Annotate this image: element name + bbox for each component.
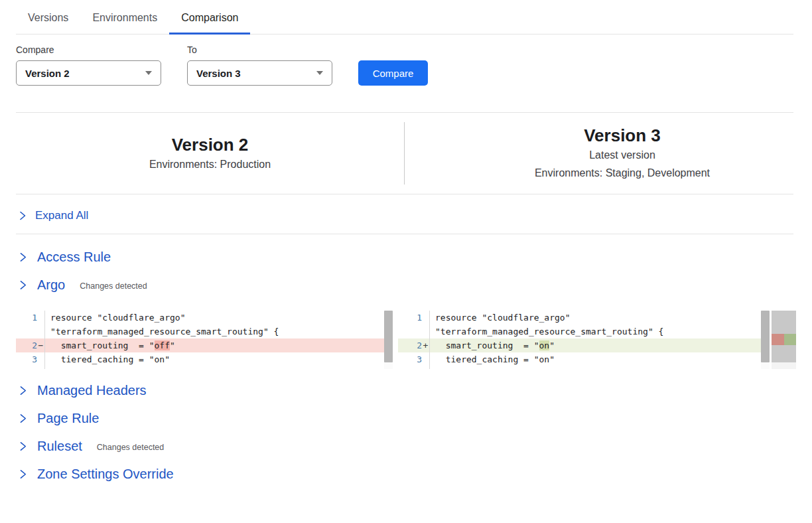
- expand-all-label: Expand All: [35, 209, 88, 222]
- changes-detected-badge: Changes detected: [80, 279, 147, 291]
- tab-versions[interactable]: Versions: [16, 0, 80, 34]
- compare-form: Compare Version 2 To Version 3 Compare: [16, 44, 793, 86]
- code-text: tiered_caching = "on": [430, 352, 555, 366]
- section-label: Zone Settings Override: [37, 467, 174, 482]
- line-number-gutter: [16, 366, 45, 369]
- chevron-right-icon: [19, 386, 27, 396]
- diff-line: }: [398, 366, 770, 369]
- version-right-subtitle: Latest version: [589, 146, 655, 164]
- section-argo[interactable]: Argo Changes detected: [19, 275, 793, 294]
- compare-from-value: Version 2: [25, 68, 70, 79]
- line-number-gutter: [16, 325, 45, 338]
- chevron-right-icon: [19, 280, 27, 290]
- code-text: smart_routing = "on": [430, 338, 555, 352]
- version-left-environments: Environments: Production: [149, 155, 271, 173]
- diff-line: }: [16, 366, 393, 369]
- diff-right-panel: 1resource "cloudflare_argo""terraform_ma…: [398, 311, 770, 369]
- compare-label: Compare: [16, 44, 161, 55]
- section-label: Argo: [37, 277, 65, 293]
- compare-to-field: To Version 3: [187, 44, 332, 86]
- code-text: resource "cloudflare_argo": [45, 311, 186, 325]
- scrollbar-thumb[interactable]: [384, 311, 393, 362]
- chevron-right-icon: [19, 413, 27, 423]
- diff-line: 1resource "cloudflare_argo": [16, 311, 393, 325]
- section-ruleset[interactable]: Ruleset Changes detected: [19, 437, 793, 455]
- chevron-right-icon: [19, 211, 27, 220]
- line-number-gutter: 2−: [16, 338, 45, 352]
- argo-diff-viewer: 1resource "cloudflare_argo""terraform_ma…: [16, 311, 796, 369]
- code-text: tiered_caching = "on": [45, 352, 170, 366]
- line-number-gutter: 3: [16, 352, 45, 366]
- caret-down-icon: [145, 71, 152, 75]
- code-text: smart_routing = "off": [45, 338, 175, 352]
- minimap-added-marker: [784, 334, 796, 345]
- diff-line: "terraform_managed_resource_smart_routin…: [398, 325, 770, 338]
- section-label: Ruleset: [37, 439, 82, 454]
- version-headers: Version 2 Environments: Production Versi…: [16, 113, 793, 194]
- changes-detected-badge: Changes detected: [97, 441, 164, 452]
- compare-to-select[interactable]: Version 3: [187, 60, 332, 86]
- chevron-right-icon: [19, 469, 27, 479]
- line-number-gutter: 2+: [398, 338, 430, 352]
- diff-line: 1resource "cloudflare_argo": [398, 311, 770, 325]
- compare-to-value: Version 3: [196, 68, 241, 79]
- version-left-header: Version 2 Environments: Production: [16, 134, 404, 173]
- tab-environments[interactable]: Environments: [80, 0, 169, 34]
- expand-all-row: Expand All: [16, 194, 793, 234]
- section-page-rule[interactable]: Page Rule: [19, 409, 793, 427]
- compare-from-select[interactable]: Version 2: [16, 60, 161, 86]
- diff-line: 2− smart_routing = "off": [16, 338, 393, 352]
- section-label: Managed Headers: [37, 383, 147, 398]
- section-label: Page Rule: [37, 411, 99, 426]
- diff-left-panel: 1resource "cloudflare_argo""terraform_ma…: [16, 311, 393, 369]
- section-zone-settings-override[interactable]: Zone Settings Override: [19, 465, 793, 483]
- code-text: "terraform_managed_resource_smart_routin…: [430, 325, 663, 338]
- line-number-gutter: 3: [398, 352, 430, 366]
- section-label: Access Rule: [37, 250, 111, 265]
- diff-minimap[interactable]: [772, 311, 796, 369]
- scrollbar-thumb[interactable]: [761, 311, 770, 362]
- version-right-header: Version 3 Latest version Environments: S…: [405, 125, 793, 182]
- minimap-removed-marker: [772, 334, 784, 345]
- code-text: }: [45, 366, 56, 369]
- line-number-gutter: [398, 366, 430, 369]
- version-left-title: Version 2: [172, 134, 249, 155]
- line-number-gutter: [398, 325, 430, 338]
- chevron-right-icon: [19, 441, 27, 451]
- version-right-environments: Environments: Staging, Development: [535, 164, 710, 182]
- diff-right-scrollbar[interactable]: [761, 311, 770, 369]
- caret-down-icon: [316, 71, 323, 75]
- chevron-right-icon: [19, 252, 27, 262]
- diff-left-scrollbar[interactable]: [384, 311, 393, 369]
- code-text: "terraform_managed_resource_smart_routin…: [45, 325, 279, 338]
- line-number-gutter: 1: [16, 311, 45, 325]
- diff-line: 2+ smart_routing = "on": [398, 338, 770, 352]
- compare-from-field: Compare Version 2: [16, 44, 161, 86]
- expand-all-button[interactable]: Expand All: [16, 209, 88, 222]
- code-text: resource "cloudflare_argo": [430, 311, 571, 325]
- section-access-rule[interactable]: Access Rule: [19, 248, 793, 266]
- diff-line: 3 tiered_caching = "on": [398, 352, 770, 366]
- diff-line: 3 tiered_caching = "on": [16, 352, 393, 366]
- diff-line: "terraform_managed_resource_smart_routin…: [16, 325, 393, 338]
- to-label: To: [187, 44, 332, 55]
- tab-bar: Versions Environments Comparison: [16, 0, 793, 35]
- line-number-gutter: 1: [398, 311, 430, 325]
- section-managed-headers[interactable]: Managed Headers: [19, 381, 793, 400]
- version-right-title: Version 3: [584, 125, 661, 146]
- code-text: }: [430, 366, 440, 369]
- compare-button[interactable]: Compare: [358, 60, 428, 86]
- tab-comparison[interactable]: Comparison: [169, 0, 250, 34]
